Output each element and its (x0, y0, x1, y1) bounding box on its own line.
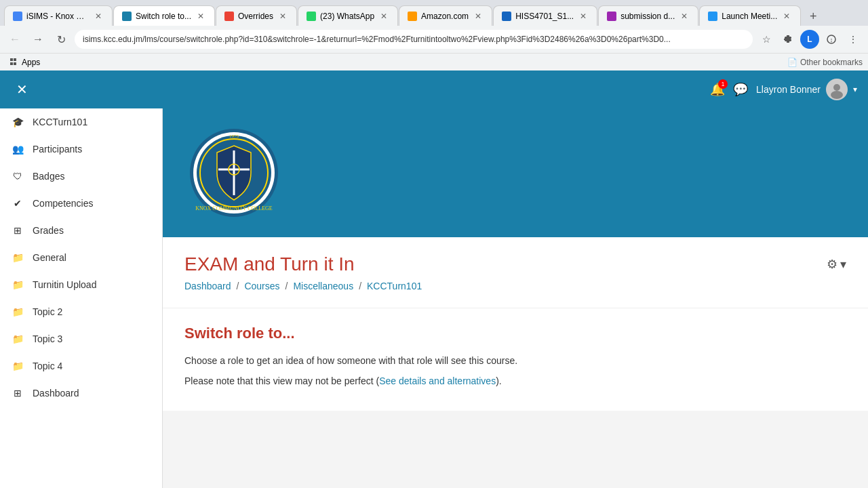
switch-role-text1: Choose a role to get an idea of how some… (184, 353, 846, 368)
tab-close-tab2[interactable]: ✕ (195, 11, 206, 22)
breadcrumb-courses[interactable]: Courses (244, 281, 279, 291)
bookmark-icon: 📄 (787, 58, 797, 67)
tab-label-tab4: (23) WhatsApp (320, 12, 374, 21)
sidebar-label-participants: Participants (33, 144, 82, 155)
gear-dropdown-arrow: ▾ (840, 257, 846, 272)
browser-frame: iSIMS - Knox C... ✕ Switch role to... ✕ … (0, 0, 868, 488)
folder-icon: 📁 (11, 278, 24, 291)
user-avatar (826, 79, 848, 100)
lms-top-nav: ✕ 🔔 1 💬 Llayron Bonner ▾ (0, 70, 868, 108)
tab-close-tab3[interactable]: ✕ (277, 11, 288, 22)
switch-role-text2: Please note that this view may not be pe… (184, 373, 846, 388)
course-area: KNOX COMMUNITY COLLEGE 1975 EXAM and Tur… (163, 108, 868, 488)
tab-tab7[interactable]: submission d... ✕ (598, 5, 698, 26)
new-tab-button[interactable]: + (804, 7, 823, 26)
course-title: EXAM and Turn it In (184, 253, 355, 275)
sidebar-item-grades[interactable]: ⊞ Grades (0, 217, 162, 244)
sidebar-item-topic4[interactable]: 📁 Topic 4 (0, 352, 162, 380)
tab-label-tab1: iSIMS - Knox C... (26, 12, 89, 21)
browser-top: iSIMS - Knox C... ✕ Switch role to... ✕ … (0, 0, 868, 70)
breadcrumb-miscellaneous[interactable]: Miscellaneous (293, 281, 353, 291)
svg-rect-5 (14, 62, 16, 65)
refresh-button[interactable]: ↻ (52, 30, 71, 49)
extensions-icon[interactable] (778, 30, 797, 49)
grid2-icon: ⊞ (11, 386, 24, 400)
settings-gear-button[interactable]: ⚙ ▾ (827, 257, 846, 272)
folder-icon: 📁 (11, 359, 24, 373)
tab-tab2[interactable]: Switch role to... ✕ (113, 5, 215, 26)
chat-icon[interactable]: 💬 (733, 82, 748, 97)
apps-label: Apps (22, 58, 40, 67)
tab-tab8[interactable]: Launch Meeti... ✕ (699, 5, 801, 26)
main-layout: 🎓 KCCTurn101 👥 Participants 🛡 Badges ✔ C… (0, 108, 868, 488)
gear-icon: ⚙ (827, 257, 837, 272)
tab-close-tab7[interactable]: ✕ (679, 11, 690, 22)
apps-grid-icon (9, 58, 19, 67)
sidebar-label-dashboard: Dashboard (33, 388, 79, 399)
tab-close-tab1[interactable]: ✕ (93, 11, 104, 22)
see-details-link[interactable]: See details and alternatives (379, 375, 496, 386)
tab-close-tab6[interactable]: ✕ (578, 11, 589, 22)
apps-bookmark[interactable]: Apps (5, 56, 44, 68)
address-bar-actions: ☆ L ↕ ⋮ (757, 30, 863, 49)
folder-icon: 📁 (11, 332, 24, 346)
sidebar-label-general: General (33, 252, 66, 263)
sidebar-item-participants[interactable]: 👥 Participants (0, 136, 162, 163)
address-input[interactable] (75, 30, 753, 49)
breadcrumb-kccturn101[interactable]: KCCTurn101 (367, 281, 422, 291)
profile-icon[interactable]: L (800, 30, 819, 49)
switch-role-prefix: Please note that this view may not be pe… (184, 375, 379, 386)
tab-close-tab4[interactable]: ✕ (378, 11, 389, 22)
breadcrumb-dashboard[interactable]: Dashboard (184, 281, 231, 291)
badge-icon: 🛡 (11, 169, 24, 183)
back-button[interactable]: ← (5, 30, 24, 49)
sync-icon[interactable]: ↕ (822, 30, 841, 49)
course-title-section: EXAM and Turn it In ⚙ ▾ Dashboard / Cour… (163, 237, 868, 308)
user-menu[interactable]: Llayron Bonner ▾ (756, 79, 857, 100)
folder-icon: 📁 (11, 305, 24, 319)
breadcrumb-sep-3: / (359, 281, 361, 291)
close-sidebar-button[interactable]: ✕ (11, 79, 33, 100)
tab-close-tab5[interactable]: ✕ (473, 11, 484, 22)
other-bookmarks[interactable]: 📄 Other bookmarks (787, 58, 863, 67)
tab-tab3[interactable]: Overrides ✕ (216, 5, 297, 26)
sidebar-item-general[interactable]: 📁 General (0, 244, 162, 271)
sidebar-item-competencies[interactable]: ✔ Competencies (0, 190, 162, 217)
sidebar-item-topic3[interactable]: 📁 Topic 3 (0, 325, 162, 352)
breadcrumb: Dashboard / Courses / Miscellaneous / KC… (184, 281, 846, 291)
sidebar-item-turnitin[interactable]: 📁 Turnitin Upload (0, 271, 162, 298)
sidebar-label-topic2: Topic 2 (33, 306, 62, 317)
grid-icon: ⊞ (11, 224, 24, 237)
tab-close-tab8[interactable]: ✕ (781, 11, 792, 22)
svg-text:↕: ↕ (830, 37, 833, 43)
folder-icon: 📁 (11, 251, 24, 264)
user-name: Llayron Bonner (756, 84, 821, 95)
graduation-cap-icon: 🎓 (11, 115, 24, 129)
sidebar: 🎓 KCCTurn101 👥 Participants 🛡 Badges ✔ C… (0, 108, 163, 488)
sidebar-item-topic2[interactable]: 📁 Topic 2 (0, 298, 162, 325)
tab-label-tab3: Overrides (238, 12, 273, 21)
section-title-row: EXAM and Turn it In ⚙ ▾ (184, 253, 846, 275)
page-content: ✕ 🔔 1 💬 Llayron Bonner ▾ (0, 70, 868, 488)
other-bookmarks-label: Other bookmarks (800, 58, 863, 67)
sidebar-label-grades: Grades (33, 225, 64, 236)
bookmark-star-icon[interactable]: ☆ (757, 30, 776, 49)
tab-tab4[interactable]: (23) WhatsApp ✕ (298, 5, 398, 26)
svg-rect-2 (10, 58, 13, 61)
more-options-icon[interactable]: ⋮ (844, 30, 863, 49)
sidebar-label-topic4: Topic 4 (33, 361, 62, 371)
top-nav-right: 🔔 1 💬 Llayron Bonner ▾ (710, 79, 857, 100)
sidebar-item-badges[interactable]: 🛡 Badges (0, 163, 162, 190)
dropdown-arrow: ▾ (853, 85, 857, 94)
people-icon: 👥 (11, 142, 24, 156)
sidebar-label-topic3: Topic 3 (33, 333, 62, 344)
forward-button[interactable]: → (28, 30, 47, 49)
tab-tab1[interactable]: iSIMS - Knox C... ✕ (4, 5, 113, 26)
svg-text:1975: 1975 (229, 134, 239, 139)
sidebar-item-dashboard[interactable]: ⊞ Dashboard (0, 380, 162, 407)
tab-tab5[interactable]: Amazon.com ✕ (399, 5, 492, 26)
tab-label-tab5: Amazon.com (421, 12, 469, 21)
sidebar-item-kcc-turn[interactable]: 🎓 KCCTurn101 (0, 108, 162, 136)
notifications-bell[interactable]: 🔔 1 (710, 82, 725, 97)
tab-tab6[interactable]: HISS4701_S1... ✕ (493, 5, 597, 26)
